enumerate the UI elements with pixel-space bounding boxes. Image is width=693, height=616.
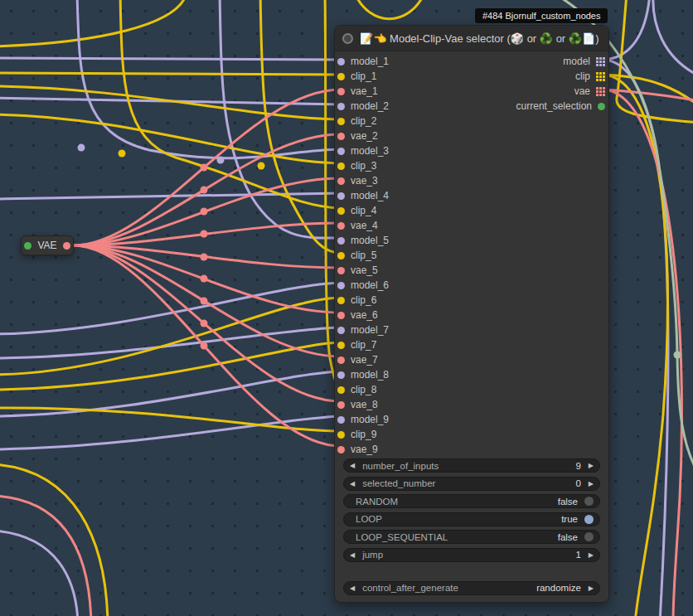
clip-input-port-icon[interactable] <box>337 431 345 439</box>
wire-vae <box>603 90 681 616</box>
widget-control_after_generate[interactable]: ◀control_after_generaterandomize▶ <box>343 581 600 595</box>
vae-input-port-icon[interactable] <box>337 177 345 185</box>
vae-input-port-icon[interactable] <box>337 357 345 364</box>
input-slot-label: vae_1 <box>351 85 378 97</box>
model-input-port-icon[interactable] <box>337 416 345 424</box>
collapse-dot-icon[interactable] <box>342 33 353 44</box>
widget-label: selected_number <box>362 478 435 488</box>
link-midpoint-dot <box>201 320 208 327</box>
input-slot-label: clip_7 <box>351 339 376 351</box>
widget-jump[interactable]: ◀jump1▶ <box>343 548 600 562</box>
clip-input-port-icon[interactable] <box>337 73 345 80</box>
vae-input-port-icon[interactable] <box>337 401 345 409</box>
output-slot-label: current_selection <box>516 100 592 112</box>
link-midpoint-dot <box>201 187 208 194</box>
widget-random[interactable]: RANDOMfalse <box>343 494 600 508</box>
model-input-port-icon[interactable] <box>337 192 345 200</box>
vae-input-port-icon[interactable] <box>337 312 345 319</box>
link-midpoint-dot <box>201 230 208 238</box>
clip-output-grid-port-icon[interactable] <box>596 72 605 81</box>
widget-selected_number[interactable]: ◀selected_number0▶ <box>343 477 600 491</box>
input-slot-label: vae_9 <box>351 444 378 455</box>
model-input-port-icon[interactable] <box>337 58 345 65</box>
input-slot-vae_6: vae_6 <box>335 308 389 323</box>
link-midpoint-dot <box>201 298 208 305</box>
clip-input-port-icon[interactable] <box>337 252 345 259</box>
input-slot-label: vae_2 <box>351 130 378 142</box>
link-midpoint-dot <box>201 208 208 216</box>
current_selection-output-port-icon[interactable] <box>598 103 605 110</box>
wire-model <box>0 531 78 616</box>
vae-input-port-icon[interactable] <box>337 446 345 454</box>
clip-input-port-icon[interactable] <box>337 207 345 215</box>
toggle-knob-icon[interactable] <box>584 497 594 506</box>
input-slot-label: clip_4 <box>351 205 376 216</box>
widget-loop_sequential[interactable]: LOOP_SEQUENTIALfalse <box>343 530 600 544</box>
input-slot-vae_9: vae_9 <box>335 442 389 457</box>
output-slot-vae: vae <box>516 84 608 99</box>
vae-input-port-icon[interactable] <box>337 133 345 140</box>
model-input-port-icon[interactable] <box>337 282 345 289</box>
decrement-arrow-icon[interactable]: ◀ <box>350 551 355 559</box>
widget-loop[interactable]: LOOPtrue <box>343 512 600 526</box>
link-midpoint-dot <box>217 157 225 164</box>
vae-input-port[interactable] <box>24 242 32 250</box>
output-slot-clip: clip <box>516 69 608 84</box>
title-text: Model-Clip-Vae selector <box>390 32 504 45</box>
input-slot-label: model_9 <box>351 414 389 425</box>
vae-input-port-icon[interactable] <box>337 267 345 274</box>
input-slot-vae_7: vae_7 <box>335 352 389 367</box>
link-midpoint-dot <box>119 150 126 158</box>
widget-number_of_inputs[interactable]: ◀number_of_inputs9▶ <box>343 458 600 473</box>
increment-arrow-icon[interactable]: ▶ <box>589 551 594 559</box>
input-slot-clip_2: clip_2 <box>335 114 389 129</box>
model-input-port-icon[interactable] <box>337 237 345 245</box>
model-output-grid-port-icon[interactable] <box>596 57 605 66</box>
comfyui-canvas[interactable]: { "badge": { "text": "#484 Bjornulf_cust… <box>0 0 693 616</box>
widget-value: false <box>558 532 578 542</box>
toggle-knob-icon[interactable] <box>584 532 594 541</box>
outputs-column: modelclipvaecurrent_selection <box>516 54 608 457</box>
wire-clip <box>0 464 108 616</box>
increment-arrow-icon[interactable]: ▶ <box>589 480 594 487</box>
node-header[interactable]: 📝👈 Model-Clip-Vae selector (🎲 or ♻️ or ♻… <box>335 26 608 51</box>
model-input-port-icon[interactable] <box>337 371 345 379</box>
vae-input-port-icon[interactable] <box>337 222 345 230</box>
clip-input-port-icon[interactable] <box>337 297 345 304</box>
input-slot-vae_3: vae_3 <box>335 173 389 188</box>
vae-output-grid-port-icon[interactable] <box>596 87 605 96</box>
vae-output-port[interactable] <box>63 242 70 250</box>
model-clip-vae-selector-node[interactable]: 📝👈 Model-Clip-Vae selector (🎲 or ♻️ or ♻… <box>334 25 609 603</box>
widget-value: 9 <box>575 461 580 471</box>
model-input-port-icon[interactable] <box>337 327 345 334</box>
decrement-arrow-icon[interactable]: ◀ <box>350 462 355 469</box>
input-slot-clip_5: clip_5 <box>335 248 389 263</box>
increment-arrow-icon[interactable]: ▶ <box>589 584 594 592</box>
widget-value: true <box>561 514 578 524</box>
inputs-column: model_1clip_1vae_1model_2clip_2vae_2mode… <box>335 54 389 457</box>
vae-input-port-icon[interactable] <box>337 88 345 95</box>
clip-input-port-icon[interactable] <box>337 162 345 170</box>
input-slot-label: model_6 <box>351 279 389 291</box>
input-slot-label: vae_6 <box>351 309 378 321</box>
wire-model <box>603 0 650 60</box>
input-slot-label: model_2 <box>351 100 389 112</box>
model-input-port-icon[interactable] <box>337 103 345 110</box>
clip-input-port-icon[interactable] <box>337 118 345 125</box>
decrement-arrow-icon[interactable]: ◀ <box>350 480 355 487</box>
vae-node[interactable]: VAE <box>21 235 74 255</box>
clip-input-port-icon[interactable] <box>337 342 345 349</box>
input-slot-clip_6: clip_6 <box>335 293 389 308</box>
clip-input-port-icon[interactable] <box>337 386 345 394</box>
widget-label: jump <box>362 550 383 560</box>
title-prefix-icons: 📝👈 <box>360 32 386 45</box>
input-slot-clip_7: clip_7 <box>335 337 389 352</box>
widget-label: number_of_inputs <box>362 461 439 471</box>
wire-model <box>603 60 668 616</box>
link-midpoint-dot <box>201 254 208 261</box>
widget-value: 0 <box>575 478 580 488</box>
increment-arrow-icon[interactable]: ▶ <box>589 462 594 469</box>
model-input-port-icon[interactable] <box>337 148 345 155</box>
decrement-arrow-icon[interactable]: ◀ <box>350 584 355 592</box>
toggle-knob-icon[interactable] <box>584 515 594 524</box>
